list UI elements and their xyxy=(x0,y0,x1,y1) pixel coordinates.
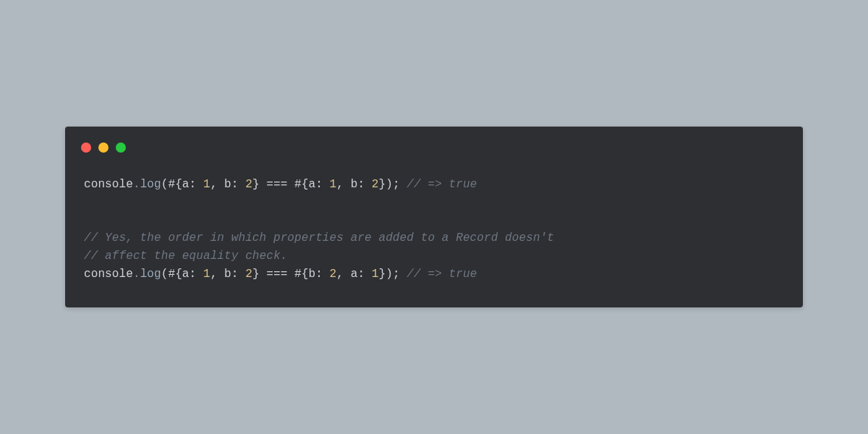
code-token: b xyxy=(309,268,316,281)
code-token: // => true xyxy=(407,178,477,191)
code-token: // Yes, the order in which properties ar… xyxy=(84,231,554,244)
code-token: ) xyxy=(386,268,393,281)
code-line xyxy=(84,193,784,211)
code-token: ( xyxy=(161,178,169,191)
zoom-icon[interactable] xyxy=(116,142,126,153)
code-token: } xyxy=(252,178,260,191)
code-token: # xyxy=(168,178,175,191)
code-token: // => true xyxy=(407,268,477,281)
code-token: === xyxy=(260,268,295,281)
code-token: { xyxy=(175,268,182,281)
code-token: 2 xyxy=(372,178,379,191)
code-token: log xyxy=(140,268,161,281)
code-line: console.log(#{a: 1, b: 2} === #{b: 2, a:… xyxy=(84,265,784,284)
code-token: : xyxy=(190,178,203,191)
code-token: 1 xyxy=(203,268,210,281)
code-token: # xyxy=(294,178,302,191)
code-token: : xyxy=(190,268,203,281)
code-token: 1 xyxy=(203,178,210,191)
code-token: . xyxy=(133,178,140,191)
code-token: 1 xyxy=(372,268,379,281)
code-token: , xyxy=(336,178,350,191)
code-token: a xyxy=(309,178,316,191)
code-token: { xyxy=(175,178,182,191)
minimize-icon[interactable] xyxy=(98,142,109,153)
code-token xyxy=(84,213,91,226)
code-window: console.log(#{a: 1, b: 2} === #{a: 1, b:… xyxy=(65,127,803,308)
code-token: 2 xyxy=(245,178,252,191)
code-token: { xyxy=(302,268,309,281)
code-token: 1 xyxy=(330,178,337,191)
code-token: b xyxy=(224,268,231,281)
code-token: , xyxy=(336,268,350,281)
code-line: // Yes, the order in which properties ar… xyxy=(84,229,784,247)
code-token: : xyxy=(315,178,329,191)
code-token: console xyxy=(84,268,133,281)
code-token: 2 xyxy=(245,268,252,281)
code-token: log xyxy=(140,178,161,191)
code-token: : xyxy=(357,178,371,191)
code-token: } xyxy=(379,268,386,281)
code-token: : xyxy=(231,178,245,191)
code-token: a xyxy=(182,268,190,281)
code-token: === xyxy=(260,178,295,191)
code-token: ; xyxy=(393,178,407,191)
code-token: a xyxy=(182,178,190,191)
code-token: ( xyxy=(161,268,169,281)
code-token: , xyxy=(210,178,224,191)
code-token: b xyxy=(224,178,231,191)
code-token: . xyxy=(133,268,140,281)
code-token: 2 xyxy=(330,268,337,281)
code-token: b xyxy=(351,178,358,191)
titlebar xyxy=(65,127,803,156)
code-token xyxy=(84,195,91,208)
code-token: , xyxy=(210,268,224,281)
code-token: : xyxy=(357,268,371,281)
code-token: console xyxy=(84,178,133,191)
close-icon[interactable] xyxy=(81,142,91,153)
code-token: // affect the equality check. xyxy=(84,250,287,263)
code-token: : xyxy=(231,268,245,281)
code-token: # xyxy=(294,268,302,281)
code-line: console.log(#{a: 1, b: 2} === #{a: 1, b:… xyxy=(84,176,784,194)
code-token: # xyxy=(168,268,175,281)
code-token: } xyxy=(252,268,260,281)
code-block: console.log(#{a: 1, b: 2} === #{a: 1, b:… xyxy=(65,156,803,284)
code-token: ; xyxy=(393,268,407,281)
code-token: } xyxy=(379,178,386,191)
code-token: { xyxy=(302,178,309,191)
code-line: // affect the equality check. xyxy=(84,247,784,265)
code-token: : xyxy=(315,268,329,281)
code-token: a xyxy=(351,268,358,281)
code-token: ) xyxy=(386,178,393,191)
code-line xyxy=(84,211,784,229)
